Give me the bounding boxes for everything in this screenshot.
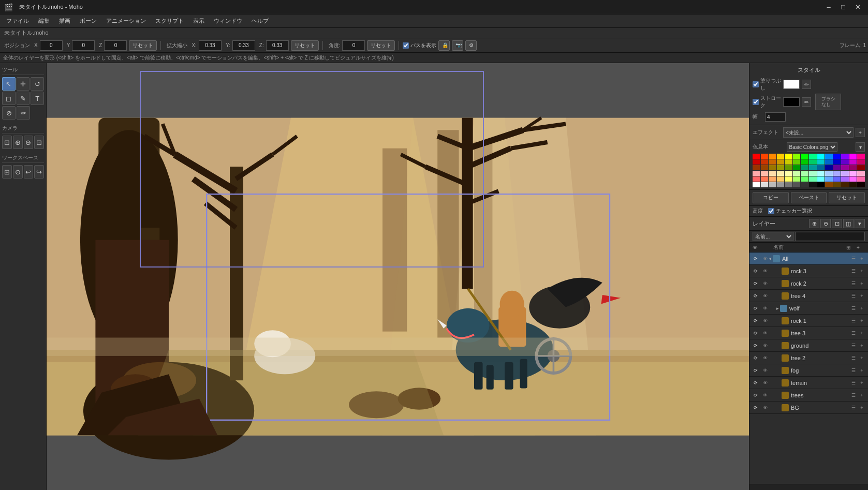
position-y-input[interactable] (72, 40, 95, 51)
angle-input[interactable] (342, 40, 365, 51)
menu-script[interactable]: スクリプト (151, 16, 188, 26)
color-cell[interactable] (833, 165, 841, 170)
color-cell[interactable] (817, 176, 825, 182)
color-cell[interactable] (801, 182, 808, 187)
reset-angle-button[interactable]: リセット (367, 40, 395, 51)
color-cell[interactable] (849, 171, 857, 176)
color-cell[interactable] (769, 176, 776, 182)
color-cell[interactable] (825, 159, 833, 165)
layer-vis-icon[interactable]: ☰ (849, 317, 858, 325)
color-cell[interactable] (777, 159, 785, 165)
layer-vis-icon[interactable]: ☰ (849, 304, 858, 313)
layer-add-icon[interactable]: + (858, 279, 866, 288)
color-cell[interactable] (777, 182, 785, 187)
checker-label[interactable]: チェッカー選択 (768, 207, 812, 215)
color-cell[interactable] (785, 176, 792, 182)
layer-item[interactable]: ⟳ 👁 fog ☰ + (749, 364, 868, 377)
layer-add-icon[interactable]: + (858, 341, 866, 350)
grid-button[interactable]: ⊞ (2, 165, 12, 179)
layer-expand-icon[interactable]: ▸ (776, 306, 779, 311)
layer-btn-3[interactable]: ⊡ (832, 219, 842, 228)
layer-vis-icon[interactable]: ☰ (849, 255, 858, 263)
layer-btn-4[interactable]: ◫ (843, 219, 854, 228)
undo-view-button[interactable]: ↩ (24, 165, 34, 179)
layer-add-icon[interactable]: + (858, 379, 866, 387)
layer-item[interactable]: ⟳ 👁 ▸ wolf ☰ + (749, 302, 868, 315)
stroke-color-swatch[interactable] (783, 97, 800, 107)
layer-add-icon[interactable]: + (858, 292, 866, 300)
menu-help[interactable]: ヘルプ (247, 16, 273, 26)
color-cell[interactable] (833, 159, 841, 165)
color-cell[interactable] (857, 159, 865, 165)
layer-vis-icon[interactable]: ☰ (849, 341, 858, 350)
fill-edit-button[interactable]: ✏ (802, 80, 811, 89)
layer-item[interactable]: ⟳ 👁 rock 3 ☰ + (749, 265, 868, 277)
layer-btn-2[interactable]: ⊖ (820, 219, 831, 228)
color-cell[interactable] (825, 165, 833, 170)
color-cell[interactable] (753, 171, 760, 176)
brush-button[interactable]: ブラシなし (815, 94, 841, 110)
color-cell[interactable] (801, 165, 808, 170)
color-cell[interactable] (809, 171, 817, 176)
stroke-edit-button[interactable]: ✏ (802, 97, 811, 107)
color-cell[interactable] (833, 176, 841, 182)
rotate-tool-button[interactable]: ↺ (31, 77, 44, 91)
color-cell[interactable] (825, 171, 833, 176)
stroke-checkbox[interactable] (753, 99, 759, 105)
fill-checkbox[interactable] (753, 81, 759, 87)
layer-vis-icon[interactable]: ☰ (849, 279, 858, 288)
layer-vis-icon[interactable]: ☰ (849, 404, 858, 412)
zoom-out-button[interactable]: ⊖ (24, 136, 34, 149)
menu-window[interactable]: ウィンドウ (210, 16, 246, 26)
reset-position-button[interactable]: リセット (129, 40, 157, 51)
color-cell[interactable] (769, 154, 776, 159)
layer-item[interactable]: ⟳ 👁 tree 2 ☰ + (749, 352, 868, 364)
color-cell[interactable] (817, 154, 825, 159)
color-cell[interactable] (825, 182, 833, 187)
menu-view[interactable]: 表示 (189, 16, 209, 26)
text-tool-button[interactable]: T (31, 92, 44, 105)
color-cell[interactable] (785, 159, 792, 165)
effect-add-button[interactable]: + (856, 128, 865, 137)
layer-vis-icon[interactable]: ☰ (849, 391, 858, 399)
color-cell[interactable] (857, 171, 865, 176)
zoom-fit-button[interactable]: ⊡ (2, 136, 12, 149)
layer-item[interactable]: ⟳ 👁 rock 2 ☰ + (749, 277, 868, 290)
color-cell[interactable] (761, 171, 769, 176)
color-cell[interactable] (777, 154, 785, 159)
scale-z-input[interactable] (266, 40, 289, 51)
layer-add-icon[interactable]: + (858, 329, 866, 337)
color-cell[interactable] (841, 159, 849, 165)
color-cell[interactable] (761, 176, 769, 182)
layer-add-icon[interactable]: + (858, 255, 866, 263)
position-z-input[interactable] (104, 40, 127, 51)
layer-item[interactable]: ⟳ 👁 ▾ All ☰ + (749, 253, 868, 265)
color-cell[interactable] (769, 182, 776, 187)
zoom-in-button[interactable]: ⊕ (13, 136, 23, 149)
color-cell[interactable] (817, 165, 825, 170)
color-cell[interactable] (801, 154, 808, 159)
color-cell[interactable] (857, 165, 865, 170)
menu-edit[interactable]: 編集 (34, 16, 54, 26)
color-cell[interactable] (833, 154, 841, 159)
layer-vis-icon[interactable]: ☰ (849, 366, 858, 375)
color-cell[interactable] (809, 176, 817, 182)
layer-item[interactable]: ⟳ 👁 terrain ☰ + (749, 377, 868, 389)
color-cell[interactable] (793, 154, 801, 159)
color-cell[interactable] (849, 165, 857, 170)
color-cell[interactable] (753, 182, 760, 187)
layer-item[interactable]: ⟳ 👁 tree 3 ☰ + (749, 327, 868, 339)
color-cell[interactable] (793, 171, 801, 176)
color-cell[interactable] (777, 176, 785, 182)
color-cell[interactable] (857, 176, 865, 182)
color-cell[interactable] (817, 182, 825, 187)
color-cell[interactable] (841, 154, 849, 159)
color-cell[interactable] (801, 171, 808, 176)
color-cell[interactable] (809, 154, 817, 159)
color-cell[interactable] (769, 171, 776, 176)
canvas-area[interactable] (47, 63, 749, 490)
lock-button[interactable]: 🔒 (438, 40, 450, 51)
zoom-100-button[interactable]: ⊡ (34, 136, 44, 149)
show-path-checkbox[interactable]: パスを表示 (403, 42, 436, 49)
color-cell[interactable] (857, 154, 865, 159)
